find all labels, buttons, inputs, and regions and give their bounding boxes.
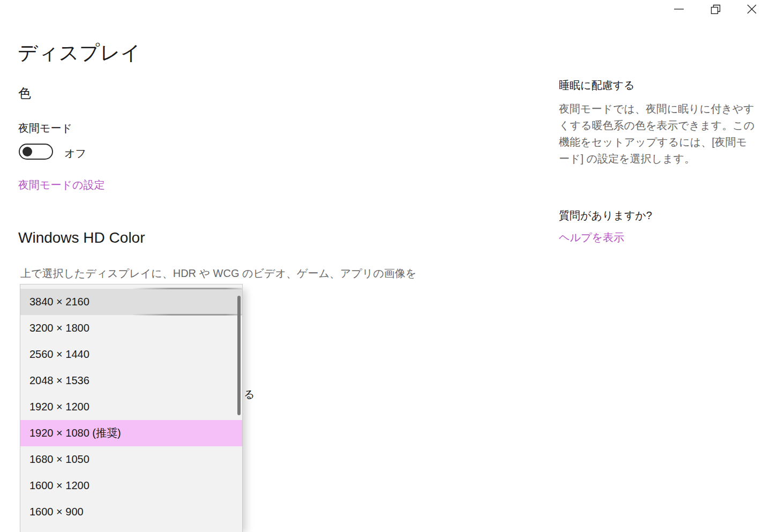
toggle-state-label: オフ — [64, 146, 86, 161]
night-mode-label: 夜間モード — [18, 121, 72, 136]
resolution-option[interactable]: 1600 × 1200 — [20, 473, 242, 499]
window-controls — [671, 3, 759, 15]
toggle-knob — [23, 147, 32, 156]
combobox-top-shadow — [132, 288, 242, 289]
resolution-option[interactable]: 1920 × 1200 — [20, 394, 242, 420]
resolution-option[interactable]: 1680 × 1050 — [20, 446, 242, 473]
minimize-icon — [674, 4, 684, 14]
sleep-tip-body: 夜間モードでは、夜間に眠りに付きやすくする暖色系の色を表示できます。この機能をセ… — [559, 101, 756, 167]
dropdown-scrollbar-thumb[interactable] — [237, 296, 241, 415]
obscured-text-fragment: る — [244, 387, 255, 402]
resolution-option[interactable]: 2048 × 1536 — [20, 368, 242, 394]
sleep-tip-heading: 睡眠に配慮する — [559, 78, 634, 93]
hd-color-description: 上で選択したディスプレイに、HDR や WCG のビデオ、ゲーム、アプリの画像を — [20, 266, 416, 281]
resolution-option[interactable]: 3840 × 2160 — [20, 289, 242, 315]
resolution-option[interactable]: 3200 × 1800 — [20, 315, 242, 341]
resolution-option[interactable]: 1600 × 900 — [20, 499, 242, 525]
hd-color-heading: Windows HD Color — [18, 229, 145, 246]
page-title: ディスプレイ — [18, 40, 141, 66]
help-heading: 質問がありますか? — [559, 208, 652, 223]
restore-icon — [711, 4, 721, 14]
night-mode-toggle[interactable] — [19, 144, 53, 160]
restore-button[interactable] — [708, 3, 723, 15]
close-icon — [747, 4, 757, 14]
resolution-dropdown-list: 3840 × 2160 3200 × 1800 2560 × 1440 2048… — [20, 284, 243, 532]
minimize-button[interactable] — [671, 3, 686, 15]
resolution-option-selected[interactable]: 1920 × 1080 (推奨) — [20, 420, 242, 446]
night-mode-settings-link[interactable]: 夜間モードの設定 — [18, 178, 104, 192]
color-section-heading: 色 — [18, 85, 31, 102]
resolution-option[interactable]: 2560 × 1440 — [20, 341, 242, 368]
show-help-link[interactable]: ヘルプを表示 — [559, 230, 624, 245]
settings-display-page: { "window": { "controls": { "minimize": … — [0, 0, 770, 532]
combobox-bottom-shadow — [132, 314, 242, 316]
close-button[interactable] — [744, 3, 759, 15]
